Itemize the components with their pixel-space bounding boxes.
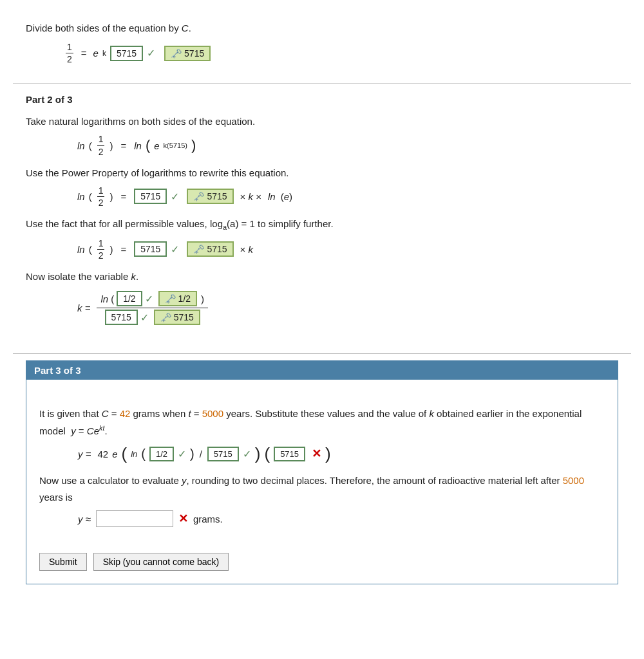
k-fraction: ln ( 1/2 ✓ 🗝️ 1/2 ) 5715 ✓ 🗝️ 5715 [97, 291, 208, 325]
step4-text: Now isolate the variable k. [26, 269, 618, 284]
part3-now-text: Now use a calculator to evaluate y, roun… [39, 472, 605, 505]
s2-paren-open: ( [89, 191, 92, 202]
fraction-half: 1 2 [66, 41, 73, 65]
42-label: 42 [97, 449, 108, 459]
part3-box: Part 3 of 3 It is given that C = 42 gram… [26, 360, 618, 584]
k-numerator: ln ( 1/2 ✓ 🗝️ 1/2 ) [97, 291, 208, 308]
s3-eq: = [120, 244, 126, 255]
e-p3: e [112, 449, 117, 459]
s2-ln-e: ln [268, 191, 276, 202]
box-5715-k-den: 5715 [105, 310, 138, 325]
step3-text: Use the fact that for all permissible va… [26, 216, 618, 234]
check-top: ✓ [147, 47, 155, 59]
box-5715-s2: 5715 [134, 189, 167, 204]
step3-equation: ln ( 1 2 ) = 5715 ✓ 🗝️ 5715 × k [77, 237, 618, 261]
key-icon-s2: 🗝️ [193, 191, 204, 201]
check-p3-1: ✓ [178, 448, 186, 460]
s2-paren-close: ) [109, 191, 113, 202]
key-icon-s3: 🗝️ [193, 244, 204, 254]
step2-text: Use the Power Property of logarithms to … [26, 165, 618, 181]
part3-intro: It is given that C = 42 grams when t = 5… [39, 405, 605, 439]
hint-value-top: 5715 [184, 48, 204, 59]
step1-text: Take natural logarithms on both sides of… [26, 114, 618, 129]
k-label: k = [77, 302, 90, 313]
key-icon-k-den: 🗝️ [160, 312, 171, 322]
box-5715-p3-1: 5715 [207, 447, 239, 461]
page: Divide both sides of the equation by C. … [0, 0, 644, 659]
divide-text: Divide both sides of the equation by C. [26, 21, 618, 36]
big-paren-p3-open: ( [121, 445, 127, 462]
top-section: Divide both sides of the equation by C. … [13, 6, 631, 84]
e-base: e [93, 48, 99, 59]
grams-label: grams. [193, 514, 223, 524]
step1-equation: ln ( 1 2 ) = ln ( e k(5715) ) [77, 133, 618, 157]
s2-e: (e) [281, 191, 292, 202]
hint-box-top: 🗝️ 5715 [164, 46, 211, 61]
exponent-k: k [102, 49, 106, 58]
part3-header: Part 3 of 3 [26, 361, 618, 380]
ln-left: ln [77, 140, 85, 151]
s3-paren-close: ) [109, 244, 113, 255]
hint-box-s3: 🗝️ 5715 [187, 241, 233, 257]
hint-val-k-num: 1/2 [178, 293, 191, 304]
part3-equation: y = 42 e ( ln ( 1/2 ✓ ) / 5715 ✓ ) ( 571… [78, 445, 605, 462]
years-value: 5000 [563, 475, 584, 486]
y-approx-label: y ≈ [78, 514, 91, 524]
part3-answer-line: y ≈ ✕ grams. [78, 510, 605, 527]
fraction-half-step2: 1 2 [97, 185, 105, 209]
paren-k-num-close: ) [201, 293, 204, 304]
big-paren-close: ) [191, 137, 196, 154]
c-value: 42 [120, 408, 131, 419]
y-eq-label: y = [78, 449, 91, 459]
part2-section: Part 2 of 3 Take natural logarithms on b… [13, 84, 631, 347]
part3-content: It is given that C = 42 grams when t = 5… [26, 389, 618, 571]
submit-area: Submit Skip (you cannot come back) [39, 540, 605, 571]
submit-button[interactable]: Submit [39, 553, 87, 571]
part2-header: Part 2 of 3 [26, 94, 618, 105]
check-k-num: ✓ [145, 293, 153, 305]
eq1: = [120, 140, 126, 151]
e-right: e [154, 140, 159, 151]
hint-val-s2: 5715 [207, 191, 227, 201]
equals-sign: = [81, 48, 87, 59]
s2-eq: = [120, 191, 126, 202]
ln-p3: ln [131, 449, 137, 459]
t-value: 5000 [202, 408, 223, 419]
red-x-p3: ✕ [312, 447, 321, 461]
ln-k-num: ln [100, 293, 108, 304]
exponent-k-5715: k(5715) [164, 142, 187, 149]
big-paren-open: ( [146, 137, 150, 154]
check-s2: ✓ [171, 190, 179, 203]
ln-s3-left: ln [77, 244, 85, 255]
s3-paren-open: ( [89, 244, 92, 255]
hint-box-k-num: 🗝️ 1/2 [158, 291, 197, 306]
answer-input[interactable] [96, 510, 173, 527]
slash-p3: / [200, 449, 202, 459]
hint-box-k-den: 🗝️ 5715 [154, 310, 200, 325]
key-icon-top: 🗝️ [171, 48, 182, 59]
box-5715-s3: 5715 [134, 241, 167, 257]
p3-paren-close: ) [190, 447, 194, 461]
part3-wrapper: Part 3 of 3 It is given that C = 42 gram… [26, 360, 618, 584]
ln-paren-open: ( [89, 140, 92, 151]
red-x-answer: ✕ [178, 512, 188, 526]
hint-val-k-den: 5715 [174, 312, 194, 322]
top-equation: 1 2 = e k 5715 ✓ 🗝️ 5715 [64, 41, 618, 65]
ln-s2-left: ln [77, 191, 85, 202]
box-1-2-p3: 1/2 [149, 447, 174, 461]
k-denominator: 5715 ✓ 🗝️ 5715 [101, 308, 204, 325]
p3-paren-t-close: ) [325, 445, 331, 462]
skip-button[interactable]: Skip (you cannot come back) [93, 553, 229, 571]
k-equation: k = ln ( 1/2 ✓ 🗝️ 1/2 ) 5715 ✓ [77, 291, 618, 325]
big-paren-p3-close: ) [255, 445, 261, 462]
box-5715-top: 5715 [110, 46, 143, 61]
s3-times-k: × k [240, 244, 253, 255]
fraction-half-step3: 1 2 [97, 237, 105, 261]
check-s3: ✓ [171, 243, 179, 255]
step2-equation: ln ( 1 2 ) = 5715 ✓ 🗝️ 5715 × k × ln (e) [77, 185, 618, 209]
hint-box-s2: 🗝️ 5715 [187, 189, 233, 204]
key-icon-k-num: 🗝️ [165, 293, 176, 304]
p3-paren-open: ( [141, 447, 146, 461]
check-p3-2: ✓ [243, 448, 251, 460]
fraction-numerator: 1 [66, 41, 73, 53]
